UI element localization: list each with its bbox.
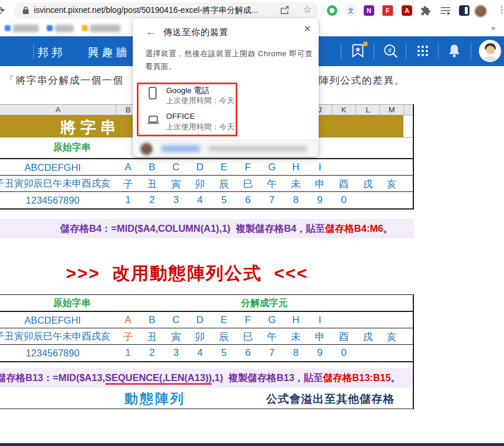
split-char-cell: D	[196, 162, 203, 173]
source-string: 子丑寅卯辰巳午未申酉戌亥	[0, 330, 111, 343]
send-to-device-dialog: ← 傳送至你的裝置 ✕ 選擇裝置，然後在該裝置上開啟 Chrome 即可查看頁面…	[133, 18, 319, 157]
split-char-cell: I	[319, 162, 322, 173]
formula-part: 。	[383, 223, 393, 234]
close-icon[interactable]: ✕	[303, 23, 311, 34]
split-char-cell: 2	[149, 194, 154, 206]
url-text[interactable]: isvincent.pixnet.net/blog/post/50190416-…	[34, 5, 258, 16]
split-char-cell: 辰	[219, 330, 229, 343]
reload-icon[interactable]: ⟳	[0, 4, 5, 18]
split-char-cell: 8	[293, 194, 298, 206]
side-panel-icon[interactable]	[459, 5, 470, 16]
reading-list-icon[interactable]	[440, 5, 451, 16]
formula-box-1: 儲存格B4：=MID($A4,COLUMN(A1),1) 複製儲存格B4，貼至儲…	[0, 219, 414, 238]
navbar-divider	[341, 43, 341, 59]
split-char-cell: 卯	[195, 330, 205, 343]
split-char-cell: 寅	[171, 330, 181, 343]
account-name-blurred	[161, 145, 200, 152]
side-panel-slot	[465, 7, 468, 14]
split-char-cell: 卯	[195, 177, 205, 190]
split-char-cell: 午	[267, 177, 277, 190]
formula-part: 儲存格B13:B15	[323, 372, 391, 383]
browser-menu-kebab-icon[interactable]: ⋮	[497, 4, 504, 15]
split-char-cell: 午	[267, 330, 277, 343]
avatar-body	[484, 56, 497, 62]
bookmarks-overflow-chevron[interactable]: »	[491, 23, 495, 32]
red-annotation-box	[137, 83, 237, 136]
split-char-cell: H	[292, 314, 299, 326]
bookmark-star-icon[interactable]: ☆	[303, 4, 312, 16]
split-char-cell: 巳	[243, 330, 253, 343]
split-char-cell: 4	[197, 347, 202, 359]
formula-part: 儲存格B4:M6	[325, 223, 383, 234]
split-char-cell: E	[220, 162, 227, 173]
split-char-cell: G	[268, 314, 275, 326]
navbar-divider	[438, 43, 439, 59]
split-char-cell: B	[149, 314, 155, 326]
split-char-cell: 9	[317, 194, 322, 206]
bookmark-item-blurred[interactable]	[55, 25, 74, 32]
bookmark-favicon[interactable]	[5, 25, 11, 31]
split-char-cell: A	[125, 162, 131, 173]
navbar-divider	[33, 43, 34, 59]
dialog-title: 傳送至你的裝置	[163, 27, 229, 38]
svg-text:#: #	[388, 47, 392, 54]
split-char-cell: 子	[123, 330, 133, 343]
formula-part: ,1) 複製儲存格B13，貼至	[212, 372, 323, 383]
split-char-cell: B	[149, 162, 155, 173]
column-header-A: A	[0, 105, 116, 115]
split-char-cell: 戌	[363, 330, 373, 343]
split-char-cell: F	[245, 314, 251, 326]
bell-icon[interactable]	[448, 43, 461, 61]
translate-extension-icon[interactable]: 文	[346, 5, 356, 16]
apps-grid-icon[interactable]	[416, 44, 429, 60]
back-arrow-icon[interactable]: ←	[146, 26, 156, 38]
split-char-cell: G	[268, 162, 275, 173]
split-char-cell: C	[172, 314, 179, 326]
account-avatar-blurred	[140, 143, 153, 155]
table-row: 1234567890 1234567890	[0, 192, 414, 208]
extensions-puzzle-icon[interactable]	[420, 5, 431, 16]
original-string-label: 原始字串	[53, 297, 91, 310]
split-char-cell: 亥	[387, 330, 397, 343]
nav-item-interest-wall[interactable]: 興趣牆	[88, 45, 130, 60]
bookmark-favicon[interactable]	[47, 25, 53, 31]
bookmark-favicon[interactable]	[82, 25, 88, 31]
avatar-face	[486, 46, 495, 54]
navbar-divider	[406, 43, 406, 59]
split-char-cell: 申	[315, 177, 325, 190]
intro-text-left: 「將字串分解成一個一個	[5, 74, 124, 87]
flipboard-extension-icon[interactable]: F	[382, 5, 393, 16]
nav-item-bangbang[interactable]: 邦邦	[37, 45, 65, 60]
acrobat-extension-icon[interactable]: A	[402, 5, 412, 16]
lock-icon[interactable]	[22, 6, 29, 17]
spreadsheet-table-2: 原始字串 分解成字元 ABCDEFGHI ABCDEFGHI 子丑寅卯辰巳午未申…	[0, 294, 414, 409]
bookmark-item-blurred[interactable]	[13, 25, 39, 32]
column-header-L: L	[356, 105, 380, 115]
account-footer[interactable]	[133, 140, 319, 157]
onenote-extension-icon[interactable]: N	[364, 5, 374, 16]
split-char-cell: 未	[291, 177, 301, 190]
hashtag-search-icon[interactable]: #	[383, 43, 399, 61]
split-char-cell: 申	[315, 330, 325, 343]
split-char-cell: 3	[173, 347, 178, 359]
formula-text: 儲存格B4：=MID($A4,COLUMN(A1),1) 複製儲存格B4，貼至儲…	[60, 222, 393, 235]
split-char-cell: 2	[149, 347, 154, 359]
table-row: 子丑寅卯辰巳午未申酉戌亥 子丑寅卯辰巳午未申酉戌亥	[0, 176, 414, 191]
split-char-cell: 1	[125, 347, 130, 359]
split-char-cell: F	[245, 162, 251, 173]
browser-profile-avatar[interactable]	[475, 5, 486, 17]
split-char-cell: 子	[123, 177, 133, 190]
split-char-cell: A	[125, 314, 131, 326]
split-char-cell: 4	[197, 194, 202, 206]
evernote-extension-icon[interactable]	[327, 5, 337, 16]
bookmark-collection-icon[interactable]	[352, 43, 364, 60]
split-char-cell: 1	[125, 194, 130, 206]
bookmark-item-blurred[interactable]	[90, 25, 120, 32]
split-char-cell: 6	[245, 194, 250, 206]
share-icon[interactable]	[279, 5, 289, 18]
split-char-cell: 9	[317, 347, 322, 359]
split-char-cell: 丑	[147, 330, 157, 343]
source-string: ABCDEFGHI	[25, 162, 81, 173]
column-header-K: K	[332, 105, 356, 115]
user-avatar[interactable]	[479, 40, 501, 62]
